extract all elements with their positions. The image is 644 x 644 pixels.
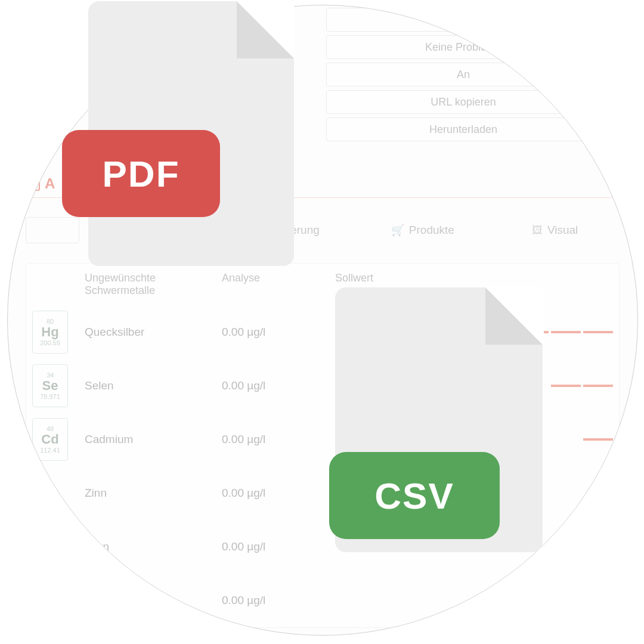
row-value: 0.00 µg/l: [222, 487, 335, 500]
element-tile: [32, 525, 68, 568]
action-herunterladen[interactable]: Herunterladen: [326, 117, 600, 141]
th-name: Ungewünschte Schwermetalle: [85, 272, 222, 297]
element-tile: 34Se78.971: [32, 364, 68, 407]
row-name: Selen: [85, 379, 222, 392]
action-sps[interactable]: SPS: [326, 8, 600, 32]
analysis-icon: [26, 177, 40, 191]
fragment-nt: n t: [37, 94, 49, 106]
pdf-file-icon: PDF: [88, 1, 294, 266]
row-name: Quecksilber: [85, 326, 222, 339]
row-value: 0.00 µg/l: [222, 540, 335, 553]
th-analyse: Analyse: [222, 272, 335, 297]
tab-produkte[interactable]: 🛒 Produkte: [391, 224, 454, 237]
row-name: Cadmium: [85, 433, 222, 446]
pdf-badge: PDF: [62, 130, 220, 217]
page-fold-icon: [485, 287, 543, 345]
row-name: imon: [85, 540, 222, 553]
section-header-label: A: [45, 175, 55, 192]
cart-icon: 🛒: [391, 224, 404, 237]
table-row: 0.00 µg/l: [26, 574, 619, 627]
row-value: 0.00 µg/l: [222, 326, 335, 339]
csv-file-icon: CSV: [335, 287, 543, 552]
row-name: Zinn: [85, 487, 222, 500]
element-tile: [32, 472, 68, 515]
row-value: 0.00 µg/l: [222, 433, 335, 446]
page-fold-icon: [237, 1, 294, 58]
action-an[interactable]: An: [326, 63, 600, 86]
action-url-kopieren[interactable]: URL kopieren: [326, 90, 600, 114]
csv-badge: CSV: [329, 452, 500, 539]
tab-box-first[interactable]: [26, 217, 79, 243]
tab-visual[interactable]: 🖼 Visual: [532, 224, 578, 237]
row-value: 0.00 µg/l: [222, 379, 335, 392]
action-keine-probleme[interactable]: Keine Probleme: [326, 35, 600, 59]
section-header: A: [26, 175, 55, 192]
element-tile: 48Cd112.41: [32, 418, 68, 461]
row-value: 0.00 µg/l: [222, 594, 335, 607]
element-tile: 80Hg200.59: [32, 311, 68, 354]
action-column: SPS Keine Probleme An URL kopieren Herun…: [326, 8, 600, 141]
picture-icon: 🖼: [532, 224, 543, 237]
element-tile: [32, 579, 68, 622]
fragment-doku: Doku: [32, 120, 57, 132]
tab-produkte-label: Produkte: [409, 224, 454, 237]
tab-visual-label: Visual: [547, 224, 578, 237]
